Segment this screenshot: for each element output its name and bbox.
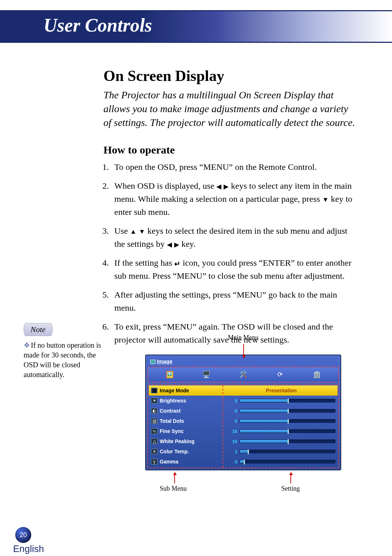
total-dots-icon: ▤ — [151, 418, 158, 424]
diamond-bullet-icon: ❖ — [24, 341, 30, 349]
color-temp-icon: ≡ — [151, 449, 158, 454]
osd-item-label: Brightness — [160, 398, 225, 404]
contrast-icon: ◐ — [151, 408, 158, 414]
osd-row-image-mode: ▦ Image Mode Presentation — [149, 385, 338, 396]
header-title: User Controls — [44, 15, 152, 36]
osd-item-label: Color Temp. — [160, 449, 225, 454]
section-title: On Screen Display — [103, 67, 356, 85]
step-1: To open the OSD, press “MENU” on the Rem… — [103, 160, 356, 173]
osd-row-white-peaking: △ White Peaking 10 — [149, 436, 338, 446]
osd-item-value: 10 — [227, 439, 237, 444]
step-1-text: To open the OSD, press “MENU” on the Rem… — [114, 162, 317, 172]
arrow-down-icon: ▼ — [322, 195, 329, 205]
step-3-text-b: keys to select the desired item in the s… — [114, 226, 347, 249]
arrow-right-icon: ▶ — [174, 240, 179, 250]
main-menu-pointer-icon — [243, 344, 244, 358]
arrow-left-icon: ◀ — [216, 182, 221, 192]
osd-figure: Main Menu Image 🖼️ 🖥️ 🛠️ ⟳ 🏛️ ▦ Image Mo… — [145, 334, 341, 494]
sub-menu-caption: Sub Menu — [160, 485, 187, 492]
step-5-text: After adjusting the settings, press “MEN… — [114, 290, 337, 312]
step-3: Use ▲ ▼ keys to select the desired item … — [103, 224, 356, 250]
osd-item-value: 16 — [227, 429, 237, 434]
tab-setup-icon: 🛠️ — [238, 369, 248, 380]
slider-bar — [240, 460, 335, 463]
slider-bar — [240, 409, 335, 413]
osd-tab-title-text: Image — [157, 358, 172, 364]
osd-row-fine-sync: ∿ Fine Sync 16 — [149, 426, 338, 436]
osd-main-menu-row: 🖼️ 🖥️ 🛠️ ⟳ 🏛️ — [147, 367, 339, 383]
image-tab-icon — [150, 360, 155, 364]
image-mode-icon: ▦ — [151, 388, 158, 393]
osd-row-contrast: ◐ Contrast 0 — [149, 406, 338, 416]
osd-bottom-captions: Sub Menu Setting — [145, 473, 341, 494]
tab-image-icon: 🖼️ — [164, 369, 175, 380]
osd-item-label: Gamma — [160, 459, 225, 465]
section-subtitle: How to operate — [103, 144, 356, 156]
osd-row-color-temp: ≡ Color Temp. 1 — [149, 446, 338, 457]
setting-pointer-icon — [290, 473, 291, 483]
osd-item-value: 1 — [227, 449, 237, 454]
osd-row-total-dots: ▤ Total Dots 0 — [149, 416, 338, 426]
osd-item-label: Fine Sync — [160, 428, 225, 434]
step-2: When OSD is displayed, use ◀ ▶ keys to s… — [103, 179, 356, 218]
osd-row-gamma: γ Gamma 0 — [149, 457, 338, 467]
section-intro: The Projector has a multilingual On Scre… — [103, 88, 356, 129]
enter-icon: ↵ — [174, 258, 180, 269]
osd-item-value: Presentation — [227, 388, 335, 393]
tab-display-icon: 🖥️ — [201, 369, 211, 380]
note-text: ❖If no button operation is made for 30 s… — [24, 340, 103, 380]
osd-item-label: Image Mode — [160, 388, 225, 393]
slider-bar — [240, 399, 335, 402]
sub-menu-pointer-icon — [174, 473, 175, 483]
note-box: Note ❖If no button operation is made for… — [24, 323, 103, 380]
language-label: English — [13, 543, 44, 555]
slider-bar — [240, 450, 335, 453]
note-label: Note — [24, 323, 53, 336]
white-peaking-icon: △ — [151, 438, 158, 444]
osd-window: Image 🖼️ 🖥️ 🛠️ ⟳ 🏛️ ▦ Image Mode Present… — [145, 355, 341, 470]
main-menu-caption: Main Menu — [145, 334, 341, 342]
osd-item-value: 0 — [227, 398, 237, 404]
slider-bar — [240, 429, 335, 433]
arrow-down-icon: ▼ — [139, 227, 145, 237]
step-2-text-a: When OSD is displayed, use — [114, 181, 216, 191]
page-number: 20 — [15, 527, 31, 543]
osd-sub-menu: ▦ Image Mode Presentation ☀ Brightness 0… — [147, 384, 339, 468]
content-area: On Screen Display The Projector has a mu… — [103, 67, 356, 352]
fine-sync-icon: ∿ — [151, 428, 158, 434]
osd-item-value: 0 — [227, 418, 237, 424]
arrow-right-icon: ▶ — [224, 182, 229, 192]
tab-info-icon: 🏛️ — [312, 369, 322, 380]
osd-item-value: 0 — [227, 459, 237, 465]
steps-list: To open the OSD, press “MENU” on the Rem… — [103, 160, 356, 346]
setting-caption: Setting — [281, 485, 300, 492]
slider-bar — [240, 419, 335, 423]
gamma-icon: γ — [151, 459, 158, 465]
tab-options-icon: ⟳ — [275, 369, 285, 380]
step-4-text-a: If the setting has — [114, 258, 174, 267]
note-text-content: If no button operation is made for 30 se… — [24, 341, 101, 379]
arrow-up-icon: ▲ — [130, 227, 136, 237]
osd-item-value: 0 — [227, 408, 237, 414]
osd-item-label: White Peaking — [160, 438, 225, 444]
osd-item-label: Total Dots — [160, 418, 225, 424]
step-3-text-a: Use — [114, 226, 130, 236]
osd-item-label: Contrast — [160, 408, 225, 414]
osd-row-brightness: ☀ Brightness 0 — [149, 396, 338, 406]
step-5: After adjusting the settings, press “MEN… — [103, 288, 356, 314]
step-4: If the setting has ↵ icon, you could pre… — [103, 256, 356, 282]
slider-bar — [240, 440, 335, 443]
step-3-text-c: key. — [181, 239, 196, 249]
arrow-left-icon: ◀ — [167, 240, 172, 250]
brightness-icon: ☀ — [151, 398, 158, 404]
sub-menu-divider — [222, 385, 223, 467]
